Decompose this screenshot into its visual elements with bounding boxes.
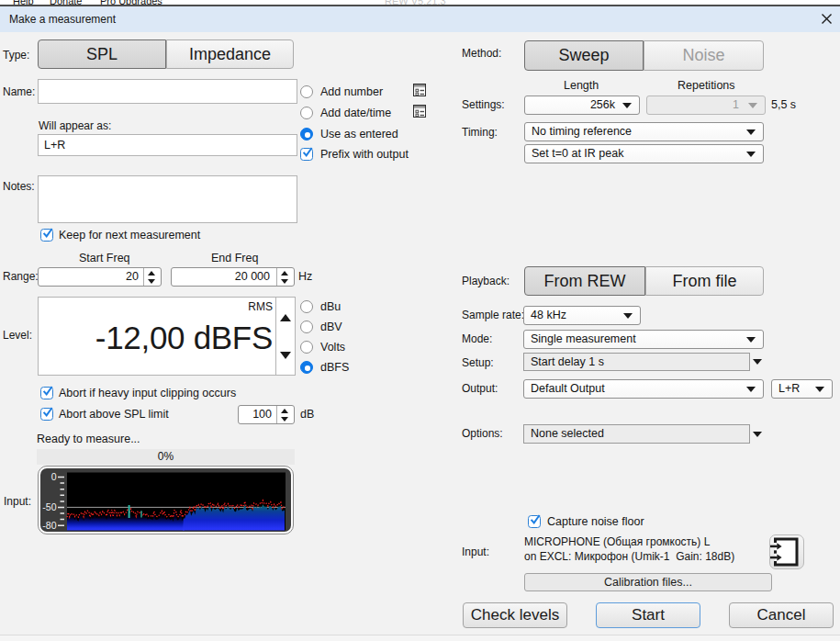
svg-text:0: 0 [51, 471, 57, 482]
svg-text:-50: -50 [42, 501, 56, 512]
svg-text:-80: -80 [42, 520, 56, 531]
